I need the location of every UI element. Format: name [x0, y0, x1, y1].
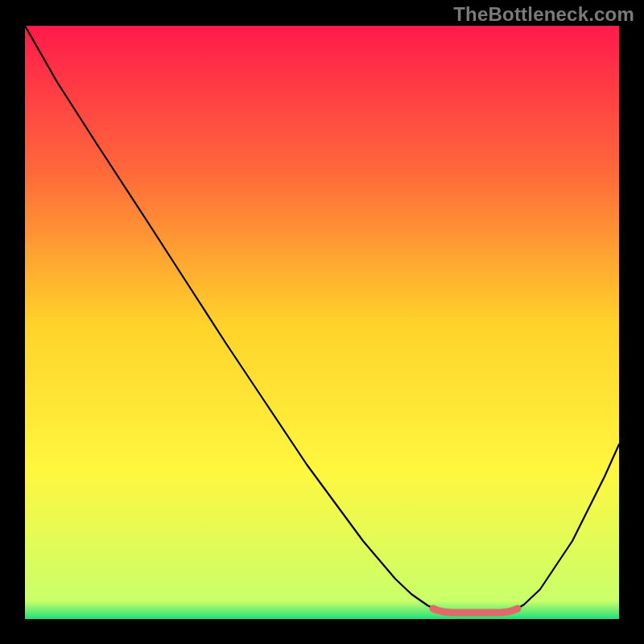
- chart-background: [25, 26, 619, 619]
- bottleneck-valley-highlight: [433, 609, 518, 613]
- plot-frame: [25, 26, 619, 619]
- chart-container: TheBottleneck.com: [0, 0, 644, 644]
- watermark-label: TheBottleneck.com: [453, 3, 634, 26]
- bottleneck-chart: [25, 26, 619, 619]
